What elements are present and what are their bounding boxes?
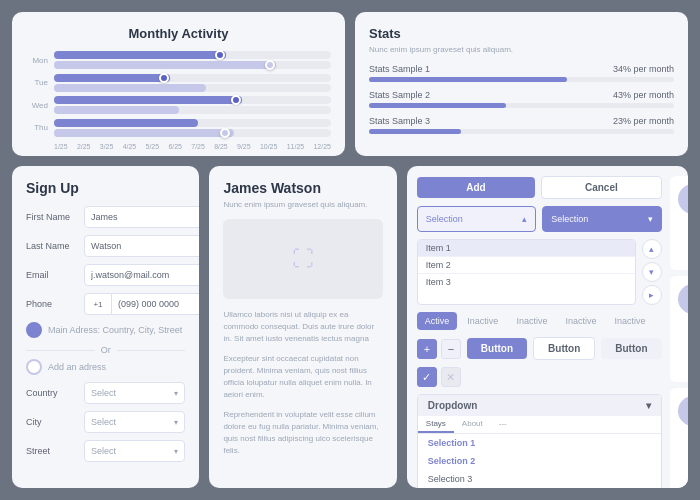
bar-track-2 bbox=[54, 61, 331, 69]
last-name-input[interactable] bbox=[84, 235, 199, 257]
selection-dropdown-2[interactable]: Selection ▾ bbox=[542, 206, 661, 232]
tab-inactive-2[interactable]: Inactive bbox=[508, 312, 555, 330]
first-name-input[interactable] bbox=[84, 206, 199, 228]
dropdown-title: Dropdown bbox=[428, 400, 477, 411]
list-item-3[interactable]: Item 3 bbox=[418, 274, 635, 290]
dropdown-header[interactable]: Dropdown ▾ bbox=[418, 395, 661, 416]
stat-bar-fill bbox=[369, 103, 506, 108]
dropdown-option-1[interactable]: Selection 1 bbox=[418, 434, 661, 452]
chevron-down-icon-3: ▾ bbox=[174, 447, 178, 456]
nav-btn-group: ▴ ▾ ▸ bbox=[642, 239, 662, 305]
tab-inactive-3[interactable]: Inactive bbox=[557, 312, 604, 330]
bar-track-wed bbox=[54, 96, 331, 104]
selection-dropdown-1[interactable]: Selection ▴ bbox=[417, 206, 536, 232]
x-label: 4/25 bbox=[123, 143, 137, 150]
stat-row-1: Stats Sample 1 34% per month bbox=[369, 64, 674, 82]
x-label: 6/25 bbox=[168, 143, 182, 150]
stat-bar-fill bbox=[369, 77, 567, 82]
add-address-label: Add an adress bbox=[48, 362, 106, 372]
dropdown-option-2[interactable]: Selection 2 bbox=[418, 452, 661, 470]
tab-inactive-1[interactable]: Inactive bbox=[459, 312, 506, 330]
button-gray[interactable]: Button bbox=[601, 338, 661, 359]
button-outline[interactable]: Button bbox=[533, 337, 595, 360]
dot-indicator-wed bbox=[231, 95, 241, 105]
components-panel: Add Cancel Selection ▴ Selection ▾ bbox=[407, 166, 688, 488]
x-label: 9/25 bbox=[237, 143, 251, 150]
cancel-button[interactable]: Cancel bbox=[541, 176, 661, 199]
stat-row-2: Stats Sample 2 43% per month bbox=[369, 90, 674, 108]
dropdown-option-3[interactable]: Selection 3 bbox=[418, 470, 661, 488]
add-cancel-row: Add Cancel bbox=[417, 176, 662, 199]
avatar-3 bbox=[678, 396, 689, 426]
dot-indicator-tue bbox=[159, 73, 169, 83]
email-input[interactable] bbox=[84, 264, 199, 286]
selection-label-2: Selection bbox=[551, 214, 588, 224]
address-radio-row[interactable]: Main Adress: Country, City, Street bbox=[26, 322, 185, 338]
dropdown-tab-about[interactable]: About bbox=[454, 416, 491, 433]
dropdown-tab-3[interactable]: --- bbox=[491, 416, 515, 433]
divider-row: Or bbox=[26, 345, 185, 355]
tabs-row: Active Inactive Inactive Inactive Inacti… bbox=[417, 312, 662, 330]
profile-card-1: Adipisci velit, sed qua non eius modi te… bbox=[670, 176, 689, 270]
bar-track-thu-2 bbox=[54, 129, 331, 137]
add-address-row[interactable]: Add an adress bbox=[26, 359, 185, 375]
list-item-1[interactable]: Item 1 bbox=[418, 240, 635, 257]
monthly-activity-card: Monthly Activity Mon bbox=[12, 12, 345, 156]
bar-track-thu bbox=[54, 119, 331, 127]
tab-inactive-4[interactable]: Inactive bbox=[606, 312, 653, 330]
dot-indicator bbox=[215, 50, 225, 60]
bar-fill-primary bbox=[54, 51, 226, 59]
signup-title: Sign Up bbox=[26, 180, 185, 196]
stats-card: Stats Nunc enim ipsum graveset quis aliq… bbox=[355, 12, 688, 156]
city-select-value: Select bbox=[91, 417, 116, 427]
radio-circle-add[interactable] bbox=[26, 359, 42, 375]
avatar-1 bbox=[678, 184, 689, 214]
tab-active[interactable]: Active bbox=[417, 312, 458, 330]
chart-area: Mon Tue bbox=[26, 49, 331, 139]
add-button[interactable]: Add bbox=[417, 177, 535, 198]
stat-bar-track bbox=[369, 129, 674, 134]
button-primary[interactable]: Button bbox=[467, 338, 527, 359]
selection-row: Selection ▴ Selection ▾ bbox=[417, 206, 662, 232]
dropdown-tab-stays[interactable]: Stays bbox=[418, 416, 454, 433]
nav-right-button[interactable]: ▸ bbox=[642, 285, 662, 305]
stepper-buttons-row: + − Button Button Button bbox=[417, 337, 662, 360]
stepper-add-btn[interactable]: + bbox=[417, 339, 437, 359]
address-placeholder: Main Adress: Country, City, Street bbox=[48, 325, 182, 335]
chart-row-mon: Mon bbox=[26, 49, 331, 71]
dot-indicator-thu-2 bbox=[220, 128, 230, 138]
selection-label-1: Selection bbox=[426, 214, 463, 224]
chevron-down-dd: ▾ bbox=[646, 400, 651, 411]
x-btn[interactable]: ✕ bbox=[441, 367, 461, 387]
stepper-minus-btn[interactable]: − bbox=[441, 339, 461, 359]
watson-name: James Watson bbox=[223, 180, 382, 196]
city-select[interactable]: Select ▾ bbox=[84, 411, 185, 433]
country-select[interactable]: Select ▾ bbox=[84, 382, 185, 404]
chart-x-labels: 1/25 2/25 3/25 4/25 5/25 6/25 7/25 8/25 … bbox=[26, 143, 331, 150]
signup-card: Sign Up First Name Last Name Email Phone… bbox=[12, 166, 199, 488]
chart-label-thu: Thu bbox=[26, 123, 48, 132]
chevron-down-icon-sel: ▾ bbox=[648, 214, 653, 224]
radio-circle-address[interactable] bbox=[26, 322, 42, 338]
phone-row: Phone +1 bbox=[26, 293, 185, 315]
check-btn[interactable]: ✓ bbox=[417, 367, 437, 387]
chart-label-tue: Tue bbox=[26, 78, 48, 87]
chart-grid: Mon Tue bbox=[26, 49, 331, 139]
bar-track-wed-2 bbox=[54, 106, 331, 114]
last-name-row: Last Name bbox=[26, 235, 185, 257]
profile-card-3: Adipisci velit, sed qua non eius modi te… bbox=[670, 388, 689, 488]
stat-bar-track bbox=[369, 77, 674, 82]
list-nav-row: Item 1 Item 2 Item 3 ▴ ▾ ▸ bbox=[417, 239, 662, 305]
watson-card: James Watson Nunc enim ipsum graveset qu… bbox=[209, 166, 396, 488]
nav-up-button[interactable]: ▴ bbox=[642, 239, 662, 259]
stat-value: 23% per month bbox=[613, 116, 674, 126]
x-label: 3/25 bbox=[100, 143, 114, 150]
street-select[interactable]: Select ▾ bbox=[84, 440, 185, 462]
dropdown-tabs: Stays About --- bbox=[418, 416, 661, 434]
watson-para-3: Reprehenderit in voluptate velit esse ci… bbox=[223, 409, 382, 457]
phone-input[interactable] bbox=[112, 293, 199, 315]
watson-para-2: Excepteur sint occaecat cupidatat non pr… bbox=[223, 353, 382, 401]
list-item-2[interactable]: Item 2 bbox=[418, 257, 635, 274]
chart-bars-tue bbox=[54, 72, 331, 94]
nav-down-button[interactable]: ▾ bbox=[642, 262, 662, 282]
